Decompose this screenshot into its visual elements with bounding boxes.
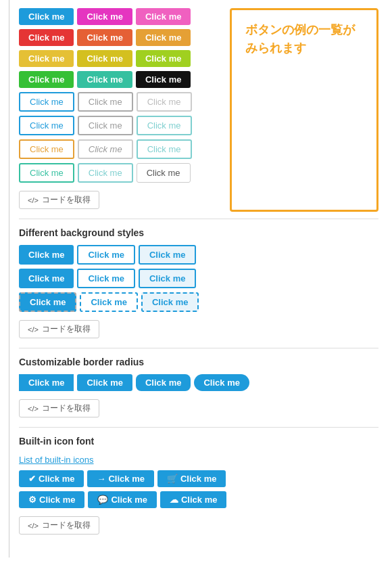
btn-outline-cyan-1[interactable]: Click me xyxy=(137,116,192,135)
bg-btn-solid-1[interactable]: Click me xyxy=(19,245,74,265)
bg-btn-outline-2[interactable]: Click me xyxy=(77,269,134,288)
code-get-button-1[interactable]: </> コードを取得 xyxy=(19,191,99,209)
cloud-icon: ☁ xyxy=(170,495,178,505)
border-radius-title: Customizable border radius xyxy=(19,357,378,367)
btn-row-7: Click me Click me Click me xyxy=(19,139,210,159)
right-bar xyxy=(388,0,392,558)
btn-orange-red-1[interactable]: Click me xyxy=(77,29,132,46)
border-radius-section: Customizable border radius Click me Clic… xyxy=(19,348,378,420)
cart-icon: 🛒 xyxy=(167,474,178,484)
code-get-button-3[interactable]: </> コードを取得 xyxy=(19,399,99,417)
radius-btn-20[interactable]: Click me xyxy=(194,374,249,391)
code-get-button-2[interactable]: </> コードを取得 xyxy=(19,320,99,338)
bg-btn-row-2: Click me Click me Click me xyxy=(19,269,378,288)
bg-btn-fill-1[interactable]: Click me xyxy=(139,245,196,265)
code-icon-2: </> xyxy=(28,325,39,334)
btn-pink-1[interactable]: Click me xyxy=(136,8,191,25)
icon-btn-arrow[interactable]: → Click me xyxy=(87,470,153,487)
btn-row-5: Click me Click me Click me xyxy=(19,92,210,112)
btn-row-3: Click me Click me Click me xyxy=(19,50,210,67)
radius-btn-row: Click me Click me Click me Click me xyxy=(19,374,378,391)
icon-btn-check[interactable]: ✔ Click me xyxy=(19,470,84,487)
btn-black-1[interactable]: Click me xyxy=(136,71,191,88)
notify-line2: みられます xyxy=(245,39,363,58)
btn-row-1: Click me Click me Click me xyxy=(19,8,210,25)
bg-btn-outline-1[interactable]: Click me xyxy=(77,245,134,265)
btn-row-8: Click me Click me Click me xyxy=(19,163,210,183)
code-get-label-3: コードを取得 xyxy=(42,403,91,414)
code-icon-1: </> xyxy=(28,196,39,204)
bg-styles-title: Different background styles xyxy=(19,227,378,238)
btn-magenta-1[interactable]: Click me xyxy=(77,8,132,25)
bg-btn-dashed-fill-1[interactable]: Click me xyxy=(141,292,199,312)
btn-outline-italic-1[interactable]: Click me xyxy=(78,139,133,159)
btn-row-4: Click me Click me Click me xyxy=(19,71,210,88)
btn-yellow-1[interactable]: Click me xyxy=(77,50,132,67)
icon-btn-cart[interactable]: 🛒 Click me xyxy=(157,470,226,487)
btn-green-1[interactable]: Click me xyxy=(19,71,74,88)
check-icon: ✔ xyxy=(28,474,36,484)
icon-btn-row-1: ✔ Click me → Click me 🛒 Click me xyxy=(19,470,378,487)
bg-styles-section: Different background styles Click me Cli… xyxy=(19,219,378,341)
btn-lime-1[interactable]: Click me xyxy=(136,50,191,67)
icon-btn-gear[interactable]: ⚙ Click me xyxy=(19,491,84,508)
top-section: Click me Click me Click me Click me Clic… xyxy=(19,8,378,212)
btn-orange-1[interactable]: Click me xyxy=(136,29,191,46)
left-bar xyxy=(0,0,9,558)
btn-outline-grey-2[interactable]: Click me xyxy=(78,116,133,135)
code-get-label-4: コードを取得 xyxy=(42,520,91,531)
bg-btn-solid-3[interactable]: Click me xyxy=(19,292,76,312)
gear-icon: ⚙ xyxy=(28,495,36,505)
btn-teal-1[interactable]: Click me xyxy=(77,71,132,88)
btn-outline-cyan-2[interactable]: Click me xyxy=(137,139,192,159)
btn-blue-1[interactable]: Click me xyxy=(19,8,74,25)
bg-btn-row-1: Click me Click me Click me xyxy=(19,245,378,265)
icon-btn-chat[interactable]: 💬 Click me xyxy=(88,491,156,508)
bg-btn-dashed-1[interactable]: Click me xyxy=(80,292,137,312)
code-get-button-4[interactable]: </> コードを取得 xyxy=(19,516,99,535)
btn-red-1[interactable]: Click me xyxy=(19,29,74,46)
btn-outline-light-1[interactable]: Click me xyxy=(137,92,192,112)
radius-btn-3[interactable]: Click me xyxy=(77,374,132,391)
btn-row-6: Click me Click me Click me xyxy=(19,116,210,135)
code-get-label-2: コードを取得 xyxy=(42,323,91,335)
color-buttons-section: Click me Click me Click me Click me Clic… xyxy=(19,8,210,212)
btn-row-2: Click me Click me Click me xyxy=(19,29,210,46)
bg-btn-row-3: Click me Click me Click me xyxy=(19,292,378,312)
code-icon-4: </> xyxy=(28,522,39,530)
btn-plain-1[interactable]: Click me xyxy=(137,163,191,183)
chat-icon: 💬 xyxy=(97,495,108,505)
code-get-label-1: コードを取得 xyxy=(42,194,91,206)
notify-line1: ボタンの例の一覧が xyxy=(245,21,363,39)
bg-btn-solid-2[interactable]: Click me xyxy=(19,269,74,288)
btn-outline-orange-1[interactable]: Click me xyxy=(19,139,74,159)
built-in-icons-link[interactable]: List of built-in icons xyxy=(19,455,94,465)
icon-font-section: Built-in icon font List of built-in icon… xyxy=(19,427,378,537)
btn-outline-grey-1[interactable]: Click me xyxy=(78,92,133,112)
radius-btn-0[interactable]: Click me xyxy=(19,374,74,391)
notify-box: ボタンの例の一覧が みられます xyxy=(230,8,378,212)
btn-yellow-orange-1[interactable]: Click me xyxy=(19,50,74,67)
arrow-icon: → xyxy=(97,474,105,484)
icon-font-title: Built-in icon font xyxy=(19,436,378,447)
main-content: Click me Click me Click me Click me Clic… xyxy=(9,0,388,558)
btn-outline-blue-2[interactable]: Click me xyxy=(19,116,74,135)
radius-btn-8[interactable]: Click me xyxy=(136,374,191,391)
btn-outline-blue-1[interactable]: Click me xyxy=(19,92,74,112)
btn-outline-teal-1[interactable]: Click me xyxy=(19,163,74,183)
code-icon-3: </> xyxy=(28,405,39,413)
icon-btn-row-2: ⚙ Click me 💬 Click me ☁ Click me xyxy=(19,491,378,508)
icon-btn-cloud[interactable]: ☁ Click me xyxy=(160,491,226,508)
btn-outline-cyan-3[interactable]: Click me xyxy=(78,163,133,183)
bg-btn-fill-2[interactable]: Click me xyxy=(139,269,196,288)
